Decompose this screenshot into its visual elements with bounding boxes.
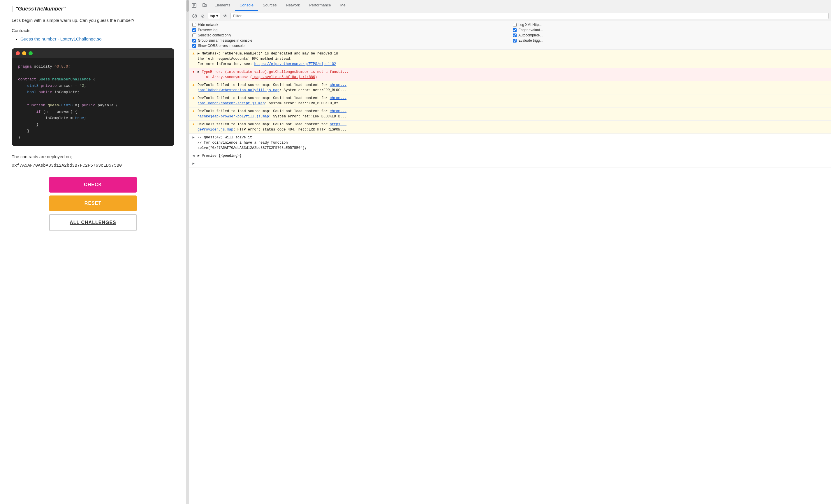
checkbox-autocomplete[interactable]: Autocomplete... xyxy=(513,33,828,37)
intro-text: Let's begin with a simple warm up. Can y… xyxy=(12,18,174,23)
log-xml-checkbox[interactable] xyxy=(513,23,517,27)
context-label: top xyxy=(210,14,215,18)
warning-icon-3: ▲ xyxy=(191,95,196,101)
inspect-element-btn[interactable] xyxy=(189,0,199,11)
msg-comment-block: ▶ // guess(42) will solve it // for coin… xyxy=(189,134,831,152)
geoprovider-link[interactable]: geProvider.js.map xyxy=(198,128,233,132)
checkbox-eager-eval[interactable]: Eager evaluat... xyxy=(513,28,828,32)
hide-network-label: Hide network xyxy=(198,23,218,27)
autocomplete-label: Autocomplete... xyxy=(518,33,543,37)
preserve-log-checkbox[interactable] xyxy=(192,28,196,32)
scroll-thumb[interactable] xyxy=(187,0,189,12)
msg-metamask-text: ▶ MetaMask: 'ethereum.enable()' is depre… xyxy=(198,51,829,67)
checkbox-group-similar[interactable]: Group similar messages in console xyxy=(192,38,507,42)
chrom-link-2[interactable]: chrom... xyxy=(330,96,347,100)
eager-eval-checkbox[interactable] xyxy=(513,28,517,32)
device-toolbar-btn[interactable] xyxy=(199,0,210,11)
svg-rect-1 xyxy=(203,3,205,7)
evaluate-triggers-label: Evaluate trigg... xyxy=(518,38,543,42)
expand-arrow[interactable]: ▶ xyxy=(198,52,200,56)
reset-button[interactable]: RESET xyxy=(49,196,137,211)
page-title: "GuessTheNumber" xyxy=(12,6,174,12)
warning-icon: ▲ xyxy=(191,51,196,56)
contract-link[interactable]: Guess the number - Lottery1Challenge.sol xyxy=(20,36,103,41)
msg-empty-row: ▶ xyxy=(189,160,831,168)
expand-arrow[interactable]: ▶ xyxy=(198,70,200,74)
checkbox-hide-network[interactable]: Hide network xyxy=(192,23,507,27)
tab-console[interactable]: Console xyxy=(235,0,258,11)
eip-link[interactable]: https://eips.ethereum.org/EIPS/eip-1102 xyxy=(254,62,336,66)
tab-network[interactable]: Network xyxy=(282,0,305,11)
selected-context-checkbox[interactable] xyxy=(192,33,196,37)
contracts-label: Contracts; xyxy=(12,28,174,33)
expand-icon[interactable]: ▶ xyxy=(191,135,196,140)
checkbox-preserve-log[interactable]: Preserve log xyxy=(192,28,507,32)
show-cors-checkbox[interactable] xyxy=(192,44,196,48)
msg-sourcemap-3: ▲ DevTools failed to load source map: Co… xyxy=(189,108,831,121)
chevron-down-icon: ▾ xyxy=(216,14,218,18)
msg-metamask-warning: ▲ ▶ MetaMask: 'ethereum.enable()' is dep… xyxy=(189,50,831,68)
show-cors-label: Show CORS errors in console xyxy=(198,44,245,48)
msg-sourcemap-1: ▲ DevTools failed to load source map: Co… xyxy=(189,81,831,94)
msg-typeerror: ● ▶ TypeError: (intermediate value).getC… xyxy=(189,68,831,81)
stop-btn[interactable]: ⊘ xyxy=(200,13,206,19)
https-link[interactable]: https... xyxy=(330,122,347,126)
checkbox-selected-context[interactable]: Selected context only xyxy=(192,33,507,37)
tab-more[interactable]: Me xyxy=(336,0,350,11)
eye-button[interactable]: 👁 xyxy=(222,13,229,19)
minimize-dot xyxy=(22,51,26,55)
tab-performance[interactable]: Performance xyxy=(305,0,335,11)
left-panel: "GuessTheNumber" Let's begin with a simp… xyxy=(0,0,187,504)
contract-address: 0xf7A5AF70AebA33d12A2bd3B7FC2F5763cED575… xyxy=(12,163,174,168)
promise-expand[interactable]: ▶ xyxy=(198,154,200,158)
checkbox-log-xml[interactable]: Log XMLHttp... xyxy=(513,23,828,27)
result-arrow: ◀ xyxy=(191,153,196,158)
warning-icon-5: ▲ xyxy=(191,122,196,127)
chrom-link-1[interactable]: chrom... xyxy=(330,83,347,87)
tab-elements[interactable]: Elements xyxy=(210,0,235,11)
evaluate-triggers-checkbox[interactable] xyxy=(513,39,517,42)
content-script-link[interactable]: jonilkdbch/content-script.js.map xyxy=(198,101,264,106)
console-messages: ▲ ▶ MetaMask: 'ethereum.enable()' is dep… xyxy=(189,50,831,504)
warning-icon-2: ▲ xyxy=(191,83,196,88)
clear-console-btn[interactable] xyxy=(191,13,198,19)
check-button[interactable]: CHECK xyxy=(49,177,137,192)
svg-line-4 xyxy=(194,15,196,17)
hide-network-checkbox[interactable] xyxy=(192,23,196,27)
checkboxes-area: Hide network Log XMLHttp... Preserve log… xyxy=(189,21,831,50)
error-icon: ● xyxy=(191,69,196,75)
warning-icon-4: ▲ xyxy=(191,109,196,114)
maximize-dot xyxy=(29,51,33,55)
msg-promise-text: ▶ Promise {<pending>} xyxy=(198,153,829,158)
browser-polyfill-link[interactable]: hachkejeap/browser-polyfill.js.map xyxy=(198,115,269,119)
code-window-titlebar xyxy=(12,48,174,58)
preserve-log-label: Preserve log xyxy=(198,28,218,32)
console-toolbar: ⊘ top ▾ 👁 xyxy=(189,11,831,21)
msg-sourcemap-4-text: DevTools failed to load source map: Coul… xyxy=(198,122,829,132)
filter-input[interactable] xyxy=(230,13,829,19)
msg-sourcemap-2: ▲ DevTools failed to load source map: Co… xyxy=(189,94,831,108)
code-content: pragma solidity ^0.8.0; contract GuessTh… xyxy=(12,58,174,146)
input-arrow: ▶ xyxy=(191,161,196,166)
checkbox-evaluate-triggers[interactable]: Evaluate trigg... xyxy=(513,38,828,42)
chrom-link-3[interactable]: chrom... xyxy=(330,109,347,113)
button-group: CHECK RESET ALL CHALLENGES xyxy=(49,177,137,231)
devtools-panel: Elements Console Sources Network Perform… xyxy=(189,0,831,504)
tab-sources[interactable]: Sources xyxy=(258,0,282,11)
log-xml-label: Log XMLHttp... xyxy=(518,23,542,27)
selected-context-label: Selected context only xyxy=(198,33,231,37)
msg-sourcemap-4: ▲ DevTools failed to load source map: Co… xyxy=(189,121,831,134)
scroll-divider xyxy=(187,0,189,504)
code-window: pragma solidity ^0.8.0; contract GuessTh… xyxy=(12,48,174,146)
devtools-tabs: Elements Console Sources Network Perform… xyxy=(189,0,831,11)
msg-promise-result: ◀ ▶ Promise {<pending>} xyxy=(189,152,831,160)
page-svelte-link[interactable]: _page.svelte-e5abf18a.js:1:886 xyxy=(252,75,315,79)
all-challenges-button[interactable]: ALL CHALLENGES xyxy=(49,214,137,231)
polyfill-js-link[interactable]: jonilkdbch/webextension-polyfill.js.map xyxy=(198,88,280,92)
autocomplete-checkbox[interactable] xyxy=(513,33,517,37)
deployed-text: The contracts are deployed on; xyxy=(12,154,174,159)
context-selector[interactable]: top ▾ xyxy=(208,13,220,19)
checkbox-show-cors[interactable]: Show CORS errors in console xyxy=(192,44,507,48)
group-similar-checkbox[interactable] xyxy=(192,39,196,42)
svg-rect-2 xyxy=(205,4,206,7)
